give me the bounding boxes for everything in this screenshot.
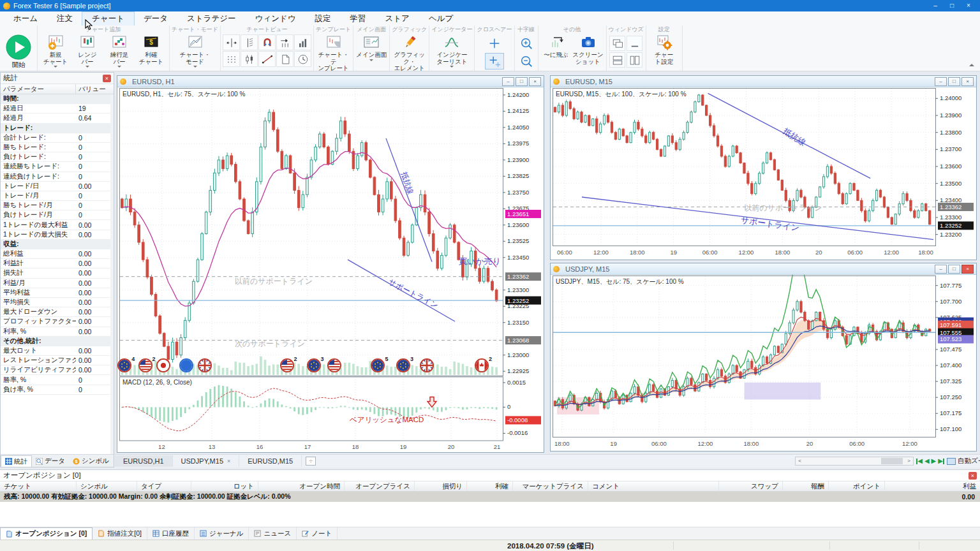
column-6[interactable]: オープンプライス <box>345 481 415 491</box>
news-flag-us-icon[interactable] <box>138 358 152 372</box>
ribbon-collapse-button[interactable] <box>967 61 976 68</box>
chart-window-titlebar[interactable]: USDJPY, M15–□× <box>551 263 976 275</box>
menu-item-10[interactable]: ヘルプ <box>419 12 463 26</box>
column-10[interactable]: コメント <box>588 481 719 491</box>
horizontal-scrollbar[interactable]: <> <box>795 457 914 466</box>
ribbon-btn-page[interactable] <box>276 51 293 67</box>
ribbon-btn-chart-mode[interactable]: チャート・ モード <box>179 33 211 70</box>
news-flag-ca-icon[interactable] <box>475 358 489 372</box>
menu-item-4[interactable]: データ <box>134 12 177 26</box>
chart-tab-1[interactable]: EURUSD,H1 <box>115 455 173 467</box>
column-14[interactable]: 利益 <box>885 481 980 491</box>
ribbon-btn-candle-pair[interactable] <box>241 51 258 67</box>
ribbon-btn-jump-to[interactable]: 〜に飛ぶ <box>540 33 572 59</box>
ribbon-btn-template[interactable]: チャート・テ ンプレート <box>318 33 350 77</box>
bottom-tab-5[interactable]: ニュース <box>249 527 297 540</box>
ribbon-btn-pencil[interactable]: グラフィック・ エレメント <box>394 33 426 77</box>
chart-restore-button[interactable]: □ <box>948 265 960 274</box>
bottom-tab-2[interactable]: 指値注文[0] <box>93 527 147 540</box>
column-13[interactable]: ポイント <box>829 481 885 491</box>
ribbon-btn-trend-line[interactable] <box>258 51 276 67</box>
sidebar-tab-3[interactable]: $シンボル <box>69 455 113 467</box>
price-chart[interactable]: USDJPY、M15、セル: 75、スケール: 100 %107.775107.… <box>551 275 976 451</box>
chart-close-button[interactable]: × <box>529 77 541 86</box>
column-5[interactable]: オープン時間 <box>258 481 345 491</box>
chart-canvas[interactable]: USDJPY、M15、セル: 75、スケール: 100 %107.775107.… <box>551 275 976 451</box>
ribbon-btn-renko-bar[interactable]: 練行足 バー <box>103 33 135 70</box>
chart-restore-button[interactable]: □ <box>948 77 960 86</box>
column-3[interactable]: タイプ <box>137 481 191 491</box>
expand-tabs-icon[interactable]: ⁘ <box>306 457 316 466</box>
chart-close-button[interactable]: × <box>961 265 974 274</box>
chart-window-EURUSDH1[interactable]: EURUSD, H1–□×抵抗線サポートライン以前のサポートライン次のサポートラ… <box>117 75 544 453</box>
bottom-tab-4[interactable]: ジャーナル <box>195 527 249 540</box>
nav-prev-button[interactable]: ◀ <box>924 457 930 466</box>
column-9[interactable]: マーケットプライス <box>513 481 588 491</box>
ribbon-btn-clock[interactable] <box>294 51 311 67</box>
ribbon-btn-tile-horizontal[interactable] <box>609 52 625 68</box>
chart-window-titlebar[interactable]: EURUSD, M15–□× <box>551 76 976 87</box>
menu-item-5[interactable]: ストラテジー <box>177 12 245 26</box>
news-flag-us-icon[interactable] <box>280 358 294 372</box>
ribbon-btn-indicator[interactable]: インジケー ターリスト <box>436 33 468 70</box>
price-chart[interactable]: 抵抗線以前のサポートラインサポートラインEURUSD, M15、セル: 100、… <box>551 87 976 260</box>
chart-tab-3[interactable]: EURUSD,M15 <box>239 455 302 467</box>
bottom-tab-3[interactable]: 口座履歴 <box>147 527 195 540</box>
column-1[interactable]: チケット <box>0 481 77 491</box>
menu-item-6[interactable]: ウィンドウ <box>246 12 306 26</box>
ribbon-btn-bars-hatch[interactable] <box>241 34 258 50</box>
chart-window-EURUSDM15[interactable]: EURUSD, M15–□×抵抗線以前のサポートラインサポートラインEURUSD… <box>550 75 977 260</box>
column-12[interactable]: 報酬 <box>783 481 829 491</box>
menu-item-9[interactable]: ストア <box>376 12 419 26</box>
ribbon-btn-magnet[interactable] <box>258 34 276 50</box>
scrollbar-thumb[interactable] <box>881 458 903 464</box>
price-chart[interactable]: 抵抗線サポートライン以前のサポートライン次のサポートライン買いか売りEURUSD… <box>117 87 544 452</box>
statistics-close-icon[interactable]: × <box>103 75 111 82</box>
nav-next-button[interactable]: ▶ <box>932 457 937 466</box>
ribbon-btn-profit-chart[interactable]: $利確 チャート <box>135 33 167 65</box>
menu-item-1[interactable]: ホーム <box>4 12 47 26</box>
ribbon-btn-minimize-all[interactable] <box>627 36 642 51</box>
menu-item-8[interactable]: 学習 <box>341 12 376 26</box>
window-maximize-button[interactable]: □ <box>944 0 960 11</box>
chart-close-button[interactable]: × <box>961 77 974 86</box>
sidebar-tab-2[interactable]: データ <box>32 455 69 467</box>
bottom-tab-6[interactable]: ノート <box>297 527 338 540</box>
column-7[interactable]: 損切り <box>415 481 467 491</box>
sidebar-tab-1[interactable]: 統計 <box>1 455 32 467</box>
chart-tab-close-icon[interactable]: × <box>227 458 230 464</box>
start-button[interactable]: 開始 <box>2 33 35 70</box>
ribbon-btn-offset-shift[interactable] <box>276 34 293 50</box>
ribbon-btn-chart-settings[interactable]: チャー ト設定 <box>648 33 680 65</box>
ribbon-btn-crosshair[interactable] <box>485 35 504 52</box>
ribbon-btn-screenshot[interactable]: スクリーン ショット <box>572 33 604 65</box>
window-close-button[interactable]: × <box>960 0 977 11</box>
scroll-right-icon[interactable]: > <box>905 457 913 465</box>
nav-last-button[interactable]: ▶ <box>938 457 944 466</box>
chart-canvas[interactable]: 抵抗線以前のサポートラインサポートラインEURUSD, M15、セル: 100、… <box>551 87 976 260</box>
news-flag-eu-icon[interactable] <box>307 358 321 372</box>
chart-canvas[interactable]: 抵抗線サポートライン以前のサポートライン次のサポートライン買いか売りEURUSD… <box>117 87 544 452</box>
chart-minimize-button[interactable]: – <box>935 77 947 86</box>
window-minimize-button[interactable]: – <box>927 0 944 11</box>
ribbon-btn-zoom-in[interactable] <box>517 35 536 52</box>
menu-item-2[interactable]: 注文 <box>47 12 82 26</box>
chart-window-titlebar[interactable]: EURUSD, H1–□× <box>117 76 544 87</box>
ribbon-btn-new-chart[interactable]: 新規 チャート <box>40 33 71 70</box>
scroll-left-icon[interactable]: < <box>796 457 804 465</box>
news-flag-eu-icon[interactable] <box>396 358 410 372</box>
column-2[interactable]: シンボル <box>77 481 137 491</box>
column-4[interactable]: ロット <box>191 481 258 491</box>
menu-item-7[interactable]: 設定 <box>306 12 341 26</box>
news-flag-us-icon[interactable] <box>327 358 341 372</box>
chart-window-USDJPYM15[interactable]: USDJPY, M15–□×USDJPY、M15、セル: 75、スケール: 10… <box>550 263 977 452</box>
ribbon-btn-cascade[interactable] <box>609 36 625 51</box>
chart-minimize-button[interactable]: – <box>935 265 947 274</box>
chart-minimize-button[interactable]: – <box>502 77 514 86</box>
ribbon-btn-grid[interactable] <box>223 51 240 67</box>
ribbon-btn-histogram[interactable] <box>294 34 311 50</box>
ribbon-btn-main-screen[interactable]: メイン画面 <box>355 33 387 63</box>
ribbon-btn-tile-vertical[interactable] <box>627 52 642 68</box>
chart-restore-button[interactable]: □ <box>516 77 528 86</box>
auto-zoom-toggle[interactable]: 自動ズーム <box>947 457 980 466</box>
